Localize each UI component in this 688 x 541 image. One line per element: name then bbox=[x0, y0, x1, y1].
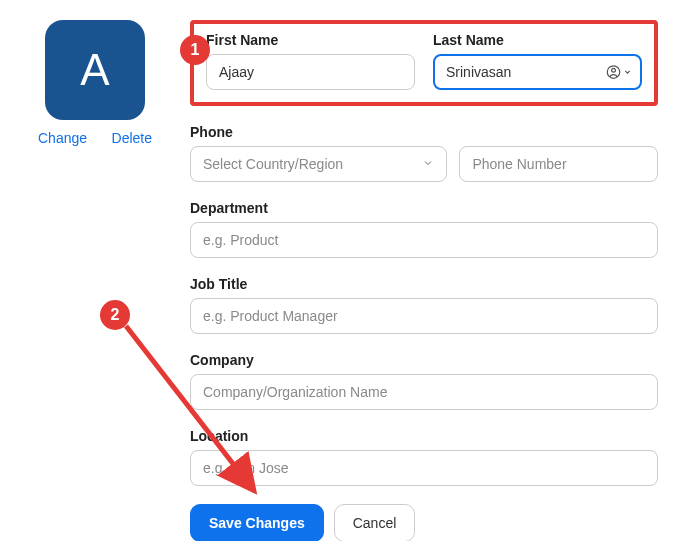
avatar-change-link[interactable]: Change bbox=[38, 130, 87, 146]
last-name-label: Last Name bbox=[433, 32, 642, 48]
phone-number-input[interactable] bbox=[459, 146, 658, 182]
location-input[interactable] bbox=[190, 450, 658, 486]
annotation-step-1: 1 bbox=[180, 35, 210, 65]
avatar: A bbox=[45, 20, 145, 120]
avatar-initial: A bbox=[80, 45, 109, 95]
job-title-label: Job Title bbox=[190, 276, 658, 292]
chevron-down-icon bbox=[422, 156, 434, 172]
company-label: Company bbox=[190, 352, 658, 368]
location-label: Location bbox=[190, 428, 658, 444]
first-name-input[interactable] bbox=[206, 54, 415, 90]
name-highlight-box: First Name Last Name bbox=[190, 20, 658, 106]
phone-label: Phone bbox=[190, 124, 658, 140]
job-title-input[interactable] bbox=[190, 298, 658, 334]
company-input[interactable] bbox=[190, 374, 658, 410]
cancel-button[interactable]: Cancel bbox=[334, 504, 416, 541]
department-input[interactable] bbox=[190, 222, 658, 258]
department-label: Department bbox=[190, 200, 658, 216]
annotation-step-2: 2 bbox=[100, 300, 130, 330]
phone-country-placeholder: Select Country/Region bbox=[203, 156, 343, 172]
phone-country-select[interactable]: Select Country/Region bbox=[190, 146, 447, 182]
avatar-delete-link[interactable]: Delete bbox=[112, 130, 152, 146]
last-name-input[interactable] bbox=[433, 54, 642, 90]
save-button[interactable]: Save Changes bbox=[190, 504, 324, 541]
first-name-label: First Name bbox=[206, 32, 415, 48]
